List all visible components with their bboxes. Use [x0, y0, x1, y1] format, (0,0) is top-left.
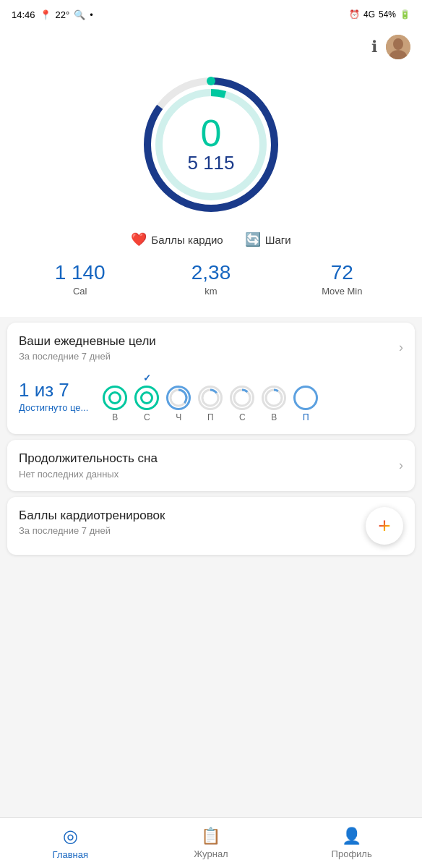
fab-plus-icon: + [378, 514, 391, 538]
avatar[interactable] [386, 35, 410, 59]
day-col-3: Ч [166, 372, 191, 422]
day-2-check: ✓ [143, 372, 151, 383]
stat-move-min: 72 Move Min [277, 262, 408, 297]
journal-nav-label: Журнал [194, 848, 228, 859]
stat-calories: 1 140 Cal [14, 262, 145, 297]
stats-row: 1 140 Cal 2,38 km 72 Move Min [0, 262, 422, 311]
stat-distance: 2,38 km [145, 262, 276, 297]
day-circle-6 [262, 386, 286, 410]
day-circle-2 [134, 386, 159, 410]
goals-subtitle: За последние 7 дней [19, 351, 156, 362]
day-6-arc [264, 388, 284, 408]
day-col-5: С [230, 372, 254, 422]
steps-icon: 🔄 [245, 231, 261, 247]
goals-card[interactable]: Ваши ежедневные цели За последние 7 дней… [7, 323, 415, 434]
status-battery: 54% [379, 9, 396, 20]
day-col-6: В [262, 372, 286, 422]
sleep-card[interactable]: Продолжительность сна Нет последних данн… [7, 440, 415, 491]
day-label-1: В [112, 412, 118, 422]
day-col-4: П [198, 372, 223, 422]
steps-label: Шаги [265, 234, 291, 246]
nav-home[interactable]: ◎ Главная [41, 826, 99, 860]
top-bar: ℹ [0, 29, 422, 65]
distance-value: 2,38 [145, 262, 276, 284]
sleep-no-data: Нет последних данных [19, 469, 158, 480]
svg-point-6 [207, 77, 215, 85]
goals-achieved: Достигнуто це... [19, 402, 88, 413]
calories-label: Cal [14, 286, 145, 297]
day-col-1: В [103, 372, 127, 422]
cardio-label: Баллы кардио [151, 234, 223, 246]
calories-value: 1 140 [14, 262, 145, 284]
goals-title: Ваши ежедневные цели [19, 334, 156, 349]
nav-journal[interactable]: 📋 Журнал [182, 827, 240, 859]
sleep-title-block: Продолжительность сна Нет последних данн… [19, 451, 158, 480]
legend-steps: 🔄 Шаги [245, 231, 291, 247]
goals-count-block: 1 из 7 Достигнуто це... [19, 380, 88, 413]
move-min-label: Move Min [277, 286, 408, 297]
status-battery-icon: 🔋 [400, 9, 410, 20]
svg-point-12 [234, 390, 250, 406]
profile-nav-icon: 👤 [342, 827, 361, 846]
sleep-card-header: Продолжительность сна Нет последних данн… [19, 451, 403, 480]
day-col-2: ✓ С [134, 372, 159, 422]
status-icon-search: 🔍 [74, 9, 85, 20]
legend: ❤️ Баллы кардио 🔄 Шаги [0, 231, 422, 247]
day-3-arc [168, 388, 189, 408]
cardio-training-content: Баллы кардиотренировок За последние 7 дн… [19, 509, 403, 536]
ring-container: 0 5 115 [0, 72, 422, 217]
add-cardio-button[interactable]: + [366, 507, 403, 545]
days-row: В ✓ С Ч [103, 372, 318, 422]
move-min-value: 72 [277, 262, 408, 284]
day-circle-3 [166, 386, 191, 410]
day-circle-4 [198, 386, 223, 410]
steps-value: 5 115 [187, 152, 234, 174]
status-dot: • [90, 9, 93, 20]
info-button[interactable]: ℹ [371, 38, 377, 56]
legend-cardio: ❤️ Баллы кардио [131, 231, 223, 247]
status-alarm-icon: ⏰ [349, 9, 360, 20]
distance-label: km [145, 286, 276, 297]
status-signal: 4G [363, 9, 375, 20]
sleep-title: Продолжительность сна [19, 451, 158, 466]
avatar-image [386, 35, 410, 59]
nav-profile[interactable]: 👤 Профиль [323, 827, 381, 859]
day-label-6: В [271, 412, 277, 422]
goals-chevron-icon: › [399, 340, 403, 355]
day-5-arc [232, 388, 252, 408]
sleep-chevron-icon: › [399, 458, 403, 473]
status-left: 14:46 📍 22° 🔍 • [12, 9, 93, 20]
profile-nav-label: Профиль [332, 848, 372, 859]
status-temp: 22° [56, 9, 70, 20]
day-label-2: С [144, 412, 150, 422]
day-label-5: С [239, 412, 246, 422]
journal-nav-icon: 📋 [201, 827, 220, 846]
goals-card-header: Ваши ежедневные цели За последние 7 дней… [19, 334, 403, 362]
bottom-nav: ◎ Главная 📋 Журнал 👤 Профиль [0, 817, 422, 868]
goals-bottom: 1 из 7 Достигнуто це... В ✓ С [19, 372, 403, 422]
svg-point-1 [393, 38, 403, 50]
goals-card-title-block: Ваши ежедневные цели За последние 7 дней [19, 334, 156, 362]
cardio-training-title: Баллы кардиотренировок [19, 509, 353, 523]
status-time: 14:46 [12, 9, 35, 20]
cardio-icon: ❤️ [131, 231, 147, 247]
day-label-7: П [303, 412, 309, 422]
day-4-arc [200, 388, 220, 408]
main-content: ℹ 0 5 115 ❤ [0, 29, 422, 317]
day-label-3: Ч [176, 412, 181, 422]
cardio-training-card[interactable]: Баллы кардиотренировок За последние 7 дн… [7, 497, 415, 555]
status-bar: 14:46 📍 22° 🔍 • ⏰ 4G 54% 🔋 [0, 0, 422, 29]
svg-point-14 [266, 390, 282, 406]
day-circle-5 [230, 386, 254, 410]
ring-center: 0 5 115 [187, 114, 234, 174]
goals-number: 1 из 7 [19, 380, 88, 399]
day-circle-7 [293, 386, 318, 410]
cardio-value: 0 [187, 114, 234, 152]
status-right: ⏰ 4G 54% 🔋 [349, 9, 410, 20]
home-nav-label: Главная [53, 849, 88, 860]
day-col-7: П [293, 372, 318, 422]
status-icon-location: 📍 [40, 9, 51, 20]
day-label-4: П [207, 412, 214, 422]
day-circle-1 [103, 386, 127, 410]
home-nav-icon: ◎ [63, 826, 78, 846]
